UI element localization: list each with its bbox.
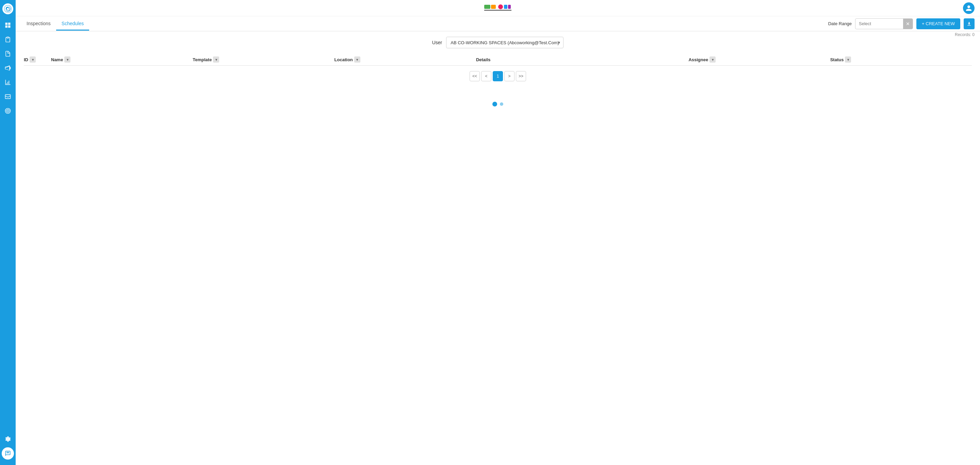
col-header-details: Details <box>476 57 688 63</box>
col-header-status: Status ▾ <box>830 57 972 63</box>
svg-point-7 <box>498 5 503 9</box>
tab-schedules[interactable]: Schedules <box>56 17 89 31</box>
logo-icon <box>4 5 11 13</box>
col-header-id: ID ▾ <box>24 57 51 63</box>
pagination-current[interactable]: 1 <box>493 71 503 81</box>
svg-point-1 <box>7 8 9 10</box>
col-header-assignee: Assignee ▾ <box>688 57 830 63</box>
sort-status[interactable]: ▾ <box>845 57 851 63</box>
loading-dot-1 <box>492 102 497 106</box>
pagination-prev[interactable]: < <box>481 71 492 81</box>
svg-rect-9 <box>508 5 511 9</box>
sidebar-item-megaphone[interactable] <box>2 62 14 74</box>
tabs-bar: Inspections Schedules Date Range ✕ + CRE… <box>16 16 980 31</box>
table-header: ID ▾ Name ▾ Template ▾ Location ▾ Detail… <box>24 54 972 66</box>
logo-image <box>484 3 511 13</box>
sort-name[interactable]: ▾ <box>64 57 70 63</box>
pagination: << < 1 > >> <box>24 71 972 81</box>
app-logo <box>484 3 511 13</box>
sidebar-item-document[interactable] <box>2 48 14 60</box>
sidebar-item-clipboard[interactable] <box>2 33 14 46</box>
sort-location[interactable]: ▾ <box>354 57 360 63</box>
sort-template[interactable]: ▾ <box>213 57 219 63</box>
date-range-input-wrap: ✕ <box>855 18 913 29</box>
download-button[interactable] <box>964 18 975 29</box>
content-area: User AB CO-WORKING SPACES (Abcoworking@T… <box>16 31 980 465</box>
user-filter-row: User AB CO-WORKING SPACES (Abcoworking@T… <box>24 37 972 48</box>
svg-point-4 <box>7 110 8 111</box>
chat-button[interactable] <box>2 447 14 460</box>
sidebar-logo[interactable] <box>2 3 13 14</box>
create-new-button[interactable]: + CREATE NEW <box>916 18 960 29</box>
sidebar <box>0 0 16 465</box>
date-range-clear-button[interactable]: ✕ <box>903 18 913 29</box>
pagination-next[interactable]: > <box>504 71 514 81</box>
user-select-wrap: AB CO-WORKING SPACES (Abcoworking@Test.C… <box>446 37 563 48</box>
pagination-last[interactable]: >> <box>516 71 526 81</box>
svg-rect-8 <box>504 5 508 9</box>
sort-id[interactable]: ▾ <box>30 57 36 63</box>
user-select[interactable]: AB CO-WORKING SPACES (Abcoworking@Test.C… <box>446 37 563 48</box>
sidebar-item-grid[interactable] <box>2 19 14 31</box>
date-range-label: Date Range <box>828 21 852 26</box>
tabs-right-actions: Date Range ✕ + CREATE NEW <box>828 18 975 29</box>
sidebar-item-inbox[interactable] <box>2 90 14 103</box>
loading-indicator <box>24 102 972 106</box>
svg-rect-6 <box>491 5 496 9</box>
sidebar-item-chart[interactable] <box>2 76 14 89</box>
date-range-input[interactable] <box>856 20 903 27</box>
tab-inspections[interactable]: Inspections <box>21 17 56 31</box>
svg-point-0 <box>5 6 11 12</box>
col-header-location: Location ▾ <box>334 57 476 63</box>
col-header-template: Template ▾ <box>192 57 334 63</box>
svg-rect-5 <box>484 5 490 9</box>
col-header-name: Name ▾ <box>51 57 192 63</box>
sidebar-item-settings[interactable] <box>2 433 14 445</box>
user-avatar[interactable] <box>963 2 975 14</box>
loading-dot-2 <box>500 102 503 106</box>
pagination-first[interactable]: << <box>469 71 480 81</box>
sidebar-item-target[interactable] <box>2 105 14 117</box>
sort-assignee[interactable]: ▾ <box>710 57 716 63</box>
user-filter-label: User <box>432 40 442 45</box>
top-header <box>16 0 980 16</box>
main-content: Inspections Schedules Date Range ✕ + CRE… <box>16 0 980 465</box>
